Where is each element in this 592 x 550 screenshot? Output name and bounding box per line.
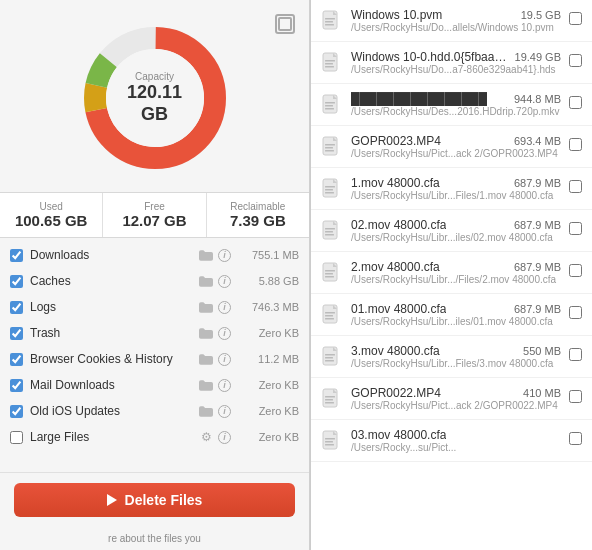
file-path-5: /Users/RockyHsu/Libr...iles/02.mov 48000…: [351, 232, 561, 243]
checkbox-trash[interactable]: [10, 327, 23, 340]
svg-rect-34: [325, 312, 335, 314]
category-item-mail_downloads: Mail DownloadsiZero KB: [0, 372, 309, 398]
category-size-mail_downloads: Zero KB: [239, 379, 299, 391]
checkbox-browser_cookies[interactable]: [10, 353, 23, 366]
svg-rect-6: [325, 18, 335, 20]
file-info-6: 2.mov 48000.cfa687.9 MB/Users/RockyHsu/L…: [351, 260, 561, 285]
svg-rect-14: [325, 102, 335, 104]
info-icon-mail_downloads[interactable]: i: [218, 379, 231, 392]
file-name-row-7: 01.mov 48000.cfa687.9 MB: [351, 302, 561, 316]
file-checkbox-2[interactable]: [569, 96, 582, 109]
svg-rect-47: [325, 441, 333, 443]
file-path-7: /Users/RockyHsu/Libr...iles/01.mov 48000…: [351, 316, 561, 327]
folder-icon-trash[interactable]: [198, 325, 214, 341]
file-checkbox-10[interactable]: [569, 432, 582, 445]
file-checkbox-7[interactable]: [569, 306, 582, 319]
folder-icon-mail_downloads[interactable]: [198, 377, 214, 393]
category-list: Downloadsi755.1 MBCachesi5.88 GBLogsi746…: [0, 238, 309, 472]
checkbox-mail_downloads[interactable]: [10, 379, 23, 392]
category-item-downloads: Downloadsi755.1 MB: [0, 242, 309, 268]
delete-button[interactable]: Delete Files: [14, 483, 295, 517]
right-panel[interactable]: Windows 10.pvm19.5 GB/Users/RockyHsu/Do.…: [310, 0, 592, 550]
info-icon-old_ios[interactable]: i: [218, 405, 231, 418]
file-checkbox-1[interactable]: [569, 54, 582, 67]
file-item-7: 01.mov 48000.cfa687.9 MB/Users/RockyHsu/…: [311, 294, 592, 336]
file-name-9: GOPR0022.MP4: [351, 386, 441, 400]
svg-rect-39: [325, 357, 333, 359]
checkbox-downloads[interactable]: [10, 249, 23, 262]
folder-icon-browser_cookies[interactable]: [198, 351, 214, 367]
file-info-2: ████████████████944.8 MB/Users/RockyHsu/…: [351, 92, 561, 117]
category-actions-old_ios: i: [198, 403, 231, 419]
file-size-0: 19.5 GB: [521, 9, 561, 21]
checkbox-caches[interactable]: [10, 275, 23, 288]
stat-free-label: Free: [107, 201, 201, 212]
category-actions-downloads: i: [198, 247, 231, 263]
svg-rect-23: [325, 189, 333, 191]
info-icon-large_files[interactable]: i: [218, 431, 231, 444]
file-checkbox-5[interactable]: [569, 222, 582, 235]
folder-icon-logs[interactable]: [198, 299, 214, 315]
info-icon-browser_cookies[interactable]: i: [218, 353, 231, 366]
category-size-downloads: 755.1 MB: [239, 249, 299, 261]
info-icon-trash[interactable]: i: [218, 327, 231, 340]
capacity-value: 120.11 GB: [115, 82, 195, 125]
category-name-browser_cookies: Browser Cookies & History: [30, 352, 198, 366]
file-name-row-4: 1.mov 48000.cfa687.9 MB: [351, 176, 561, 190]
file-name-row-5: 02.mov 48000.cfa687.9 MB: [351, 218, 561, 232]
svg-rect-28: [325, 234, 334, 236]
file-checkbox-6[interactable]: [569, 264, 582, 277]
file-name-4: 1.mov 48000.cfa: [351, 176, 440, 190]
category-name-mail_downloads: Mail Downloads: [30, 378, 198, 392]
category-actions-large_files: ⚙i: [198, 429, 231, 445]
stat-reclaimable-value: 7.39 GB: [211, 212, 305, 229]
category-item-trash: TrashiZero KB: [0, 320, 309, 346]
folder-icon-old_ios[interactable]: [198, 403, 214, 419]
checkbox-old_ios[interactable]: [10, 405, 23, 418]
category-size-large_files: Zero KB: [239, 431, 299, 443]
stat-used-label: Used: [4, 201, 98, 212]
file-size-9: 410 MB: [523, 387, 561, 399]
category-actions-mail_downloads: i: [198, 377, 231, 393]
file-icon-3: [321, 136, 343, 158]
category-name-logs: Logs: [30, 300, 198, 314]
file-info-7: 01.mov 48000.cfa687.9 MB/Users/RockyHsu/…: [351, 302, 561, 327]
file-size-7: 687.9 MB: [514, 303, 561, 315]
folder-icon-caches[interactable]: [198, 273, 214, 289]
svg-rect-16: [325, 108, 334, 110]
category-name-old_ios: Old iOS Updates: [30, 404, 198, 418]
checkbox-large_files[interactable]: [10, 431, 23, 444]
file-checkbox-3[interactable]: [569, 138, 582, 151]
file-checkbox-0[interactable]: [569, 12, 582, 25]
file-name-3: GOPR0023.MP4: [351, 134, 441, 148]
svg-rect-35: [325, 315, 333, 317]
stat-used: Used 100.65 GB: [0, 193, 103, 237]
folder-icon-downloads[interactable]: [198, 247, 214, 263]
file-checkbox-9[interactable]: [569, 390, 582, 403]
file-size-4: 687.9 MB: [514, 177, 561, 189]
category-size-caches: 5.88 GB: [239, 275, 299, 287]
file-info-0: Windows 10.pvm19.5 GB/Users/RockyHsu/Do.…: [351, 8, 561, 33]
file-name-row-1: Windows 10-0.hdd.0{5fbaabe3-69...19.49 G…: [351, 50, 561, 64]
file-info-3: GOPR0023.MP4693.4 MB/Users/RockyHsu/Pict…: [351, 134, 561, 159]
file-name-row-6: 2.mov 48000.cfa687.9 MB: [351, 260, 561, 274]
file-item-1: Windows 10-0.hdd.0{5fbaabe3-69...19.49 G…: [311, 42, 592, 84]
info-icon-downloads[interactable]: i: [218, 249, 231, 262]
svg-rect-20: [325, 150, 334, 152]
file-checkbox-4[interactable]: [569, 180, 582, 193]
category-item-old_ios: Old iOS UpdatesiZero KB: [0, 398, 309, 424]
left-panel: Capacity 120.11 GB Used 100.65 GB Free 1…: [0, 0, 310, 550]
stat-reclaimable-label: Reclaimable: [211, 201, 305, 212]
file-item-2: ████████████████944.8 MB/Users/RockyHsu/…: [311, 84, 592, 126]
checkbox-logs[interactable]: [10, 301, 23, 314]
info-icon-caches[interactable]: i: [218, 275, 231, 288]
expand-icon[interactable]: [275, 14, 295, 34]
file-path-2: /Users/RockyHsu/Des...2016.HDdrip.720p.m…: [351, 106, 561, 117]
file-item-3: GOPR0023.MP4693.4 MB/Users/RockyHsu/Pict…: [311, 126, 592, 168]
file-checkbox-8[interactable]: [569, 348, 582, 361]
category-name-caches: Caches: [30, 274, 198, 288]
file-name-row-9: GOPR0022.MP4410 MB: [351, 386, 561, 400]
info-icon-logs[interactable]: i: [218, 301, 231, 314]
file-name-10: 03.mov 48000.cfa: [351, 428, 446, 442]
gear-icon-large_files[interactable]: ⚙: [198, 429, 214, 445]
